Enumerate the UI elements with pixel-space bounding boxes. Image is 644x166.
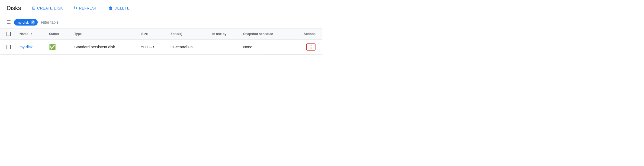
disk-in-use-cell — [208, 40, 239, 55]
filter-chip-close-icon[interactable]: ✕ — [31, 20, 35, 24]
create-disk-icon: ⊞ — [32, 5, 36, 11]
filter-icon[interactable]: ☰ — [7, 19, 11, 25]
table-header-row: Name ↑ Status Type Size Zone(s) In use b… — [0, 29, 322, 40]
sort-arrow-icon: ↑ — [30, 32, 32, 36]
page-header: Disks ⊞ CREATE DISK ↻ REFRESH 🗑 DELETE — [0, 0, 322, 16]
disk-zones-cell: us-central1-a — [166, 40, 208, 55]
disk-size-cell: 500 GB — [137, 40, 166, 55]
type-column-header[interactable]: Type — [70, 29, 137, 40]
disk-type: Standard persistent disk — [74, 45, 115, 49]
filter-bar: ☰ my-disk ✕ Filter table — [0, 16, 322, 29]
table-container: Name ↑ Status Type Size Zone(s) In use b… — [0, 29, 322, 55]
disks-table: Name ↑ Status Type Size Zone(s) In use b… — [0, 29, 322, 55]
zones-column-header[interactable]: Zone(s) — [166, 29, 208, 40]
row-checkbox[interactable] — [7, 45, 11, 49]
disk-snapshot-cell: None — [239, 40, 291, 55]
filter-chip[interactable]: my-disk ✕ — [14, 19, 38, 26]
select-all-checkbox[interactable] — [7, 32, 11, 36]
select-all-header — [0, 29, 15, 40]
disk-snapshot: None — [243, 45, 252, 49]
disk-name-cell: my-disk — [15, 40, 45, 55]
refresh-icon: ↻ — [74, 5, 77, 11]
create-disk-button[interactable]: ⊞ CREATE DISK — [28, 3, 67, 13]
disk-name[interactable]: my-disk — [20, 45, 33, 49]
status-ok-icon: ✅ — [49, 44, 56, 50]
in-use-by-column-header[interactable]: In use by — [208, 29, 239, 40]
delete-icon: 🗑 — [108, 6, 113, 11]
create-disk-label: CREATE DISK — [37, 6, 63, 10]
row-checkbox-cell — [0, 40, 15, 55]
disk-status-cell: ✅ — [45, 40, 70, 55]
status-column-header[interactable]: Status — [45, 29, 70, 40]
disk-actions-cell: ⋮ — [291, 40, 322, 55]
filter-placeholder[interactable]: Filter table — [41, 20, 59, 24]
refresh-button[interactable]: ↻ REFRESH — [69, 3, 102, 13]
delete-button[interactable]: 🗑 DELETE — [104, 4, 134, 13]
name-column-header[interactable]: Name ↑ — [15, 29, 45, 40]
table-row: my-disk ✅ Standard persistent disk 500 G… — [0, 40, 322, 55]
actions-column-header: Actions — [291, 29, 322, 40]
refresh-label: REFRESH — [79, 6, 98, 10]
disk-type-cell: Standard persistent disk — [70, 40, 137, 55]
kebab-menu-button[interactable]: ⋮ — [306, 43, 315, 51]
delete-label: DELETE — [114, 6, 130, 10]
disk-zones: us-central1-a — [170, 45, 193, 49]
name-col-label: Name — [20, 32, 28, 36]
page-title: Disks — [7, 5, 21, 12]
disk-size: 500 GB — [141, 45, 154, 49]
snapshot-schedule-column-header[interactable]: Snapshot schedule — [239, 29, 291, 40]
filter-chip-label: my-disk — [17, 20, 29, 24]
size-column-header[interactable]: Size — [137, 29, 166, 40]
